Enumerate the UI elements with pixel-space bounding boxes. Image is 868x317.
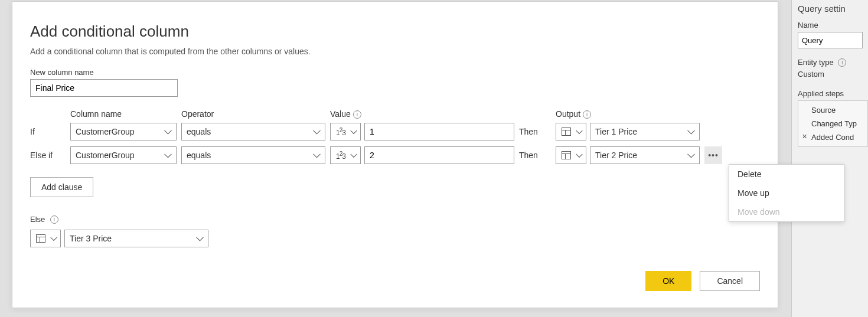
menu-move-down: Move down [729,202,844,221]
clause-row: Else if CustomerGroup equals 123 Then Ti… [30,146,760,164]
value-type-dropdown[interactable]: 123 [330,123,361,140]
else-label: Else [30,215,45,224]
ok-button[interactable]: OK [645,271,691,291]
ellipsis-icon: ••• [708,151,719,160]
info-icon[interactable]: i [50,215,58,224]
value-input[interactable] [364,146,514,164]
then-label: Then [519,127,538,136]
applied-steps-list: Source Changed Typ Added Cond [798,100,868,147]
conditional-column-dialog: Add conditional column Add a conditional… [12,1,778,308]
column-dropdown[interactable]: CustomerGroup [70,146,177,164]
output-dropdown[interactable]: Tier 2 Price [590,146,700,164]
dialog-title: Add conditional column [30,22,760,41]
info-icon[interactable]: i [583,110,591,119]
add-clause-button[interactable]: Add clause [30,177,93,197]
context-menu: Delete Move up Move down [729,164,844,222]
value-type-dropdown[interactable]: 123 [330,146,361,164]
header-output: Output [556,109,580,119]
query-name-input[interactable] [798,32,863,48]
newcol-label: New column name [30,68,760,77]
step-item[interactable]: Source [800,103,866,117]
number-icon: 123 [336,127,345,137]
panel-title: Query settin [798,4,868,14]
info-icon[interactable]: i [838,58,846,67]
step-item[interactable]: Added Cond [800,130,866,144]
operator-dropdown[interactable]: equals [181,146,325,164]
query-settings-panel: Query settin Name Entity type i Custom A… [791,0,868,317]
column-icon [562,128,571,136]
header-operator: Operator [181,109,214,119]
step-item[interactable]: Changed Typ [800,117,866,130]
clause-headers: Column name Operator Valuei Outputi [30,109,760,119]
entity-type-value: Custom [798,70,868,79]
output-type-dropdown[interactable] [556,123,586,140]
entity-type-label: Entity type i [798,58,868,67]
lead-elseif: Else if [30,151,53,160]
lead-if: If [30,127,35,136]
applied-steps-label: Applied steps [798,89,868,98]
column-icon [36,234,45,243]
header-value: Value [330,109,351,119]
else-type-dropdown[interactable] [30,230,61,247]
menu-delete[interactable]: Delete [729,165,844,184]
value-input[interactable] [364,123,514,140]
menu-move-up[interactable]: Move up [729,184,844,202]
clause-row: If CustomerGroup equals 123 Then Tier 1 … [30,123,760,140]
column-icon [562,151,571,159]
name-label: Name [798,21,868,30]
else-output-dropdown[interactable]: Tier 3 Price [64,230,208,247]
header-column-name: Column name [70,109,122,119]
output-type-dropdown[interactable] [556,146,586,164]
newcol-input[interactable] [30,79,178,97]
dialog-subtitle: Add a conditional column that is compute… [30,47,760,56]
more-options-button[interactable]: ••• [704,146,722,164]
operator-dropdown[interactable]: equals [181,123,325,140]
output-dropdown[interactable]: Tier 1 Price [590,123,700,140]
then-label: Then [519,151,538,160]
number-icon: 123 [336,151,345,161]
cancel-button[interactable]: Cancel [700,271,760,291]
column-dropdown[interactable]: CustomerGroup [70,123,177,140]
info-icon[interactable]: i [353,110,361,119]
